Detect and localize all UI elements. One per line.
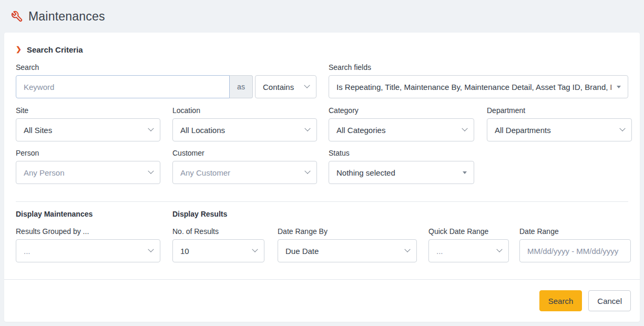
operator-select-value: Contains [263,83,300,91]
status-label: Status [329,149,474,157]
chevron-down-icon [252,247,258,252]
chevron-down-icon [404,247,410,252]
status-select[interactable]: Nothing selected [329,161,474,184]
search-fields-select-value: Is Repeating, Title, Maintenance By, Mai… [336,83,611,91]
site-select[interactable]: All Sites [16,118,160,141]
keyword-input[interactable] [16,75,230,98]
results-count-label: No. of Results [172,227,264,236]
date-range-by-field: Date Range By Due Date [278,227,417,262]
department-select[interactable]: All Departments [487,118,632,141]
date-range-by-select[interactable]: Due Date [278,239,417,262]
grouped-by-field: Results Grouped by ... ... [16,227,160,262]
location-label: Location [172,106,317,115]
search-label: Search [16,63,316,72]
customer-label: Customer [172,149,317,157]
site-label: Site [16,106,160,115]
panel-footer: Search Cancel [4,279,640,322]
display-section-titles: Display Maintenances Display Results [16,210,628,218]
location-select[interactable]: All Locations [172,118,317,141]
chevron-down-icon [462,126,467,131]
app-header: Maintenances [0,0,644,33]
customer-select-value: Any Customer [180,168,300,177]
chevron-right-icon: ❯ [16,45,22,53]
operator-select[interactable]: Contains [255,75,316,98]
grouped-by-select-value: ... [24,247,144,256]
location-field: Location All Locations [172,106,317,141]
quick-date-range-label: Quick Date Range [428,227,509,236]
department-label: Department [487,106,632,115]
page-title: Maintenances [28,9,105,24]
chevron-down-icon [304,126,310,131]
status-select-value: Nothing selected [336,168,457,177]
customer-field: Customer Any Customer [172,149,317,184]
display-options-row: Results Grouped by ... ... No. of Result… [16,227,628,262]
search-row: Search as Contains Search fields Is Repe… [16,63,628,98]
search-button[interactable]: Search [539,290,582,311]
chevron-down-icon [304,168,310,174]
caret-down-icon [617,86,621,88]
results-count-field: No. of Results 10 [172,227,264,262]
display-results-title: Display Results [172,210,227,218]
category-label: Category [329,106,474,115]
chevron-down-icon [148,126,154,131]
person-label: Person [16,149,160,157]
date-range-label: Date Range [519,227,631,236]
search-field-group: Search as Contains [16,63,316,98]
section-divider [16,201,628,202]
display-maintenances-title: Display Maintenances [16,210,172,218]
search-panel-body: ❯ Search Criteria Search as Contains Sea… [4,33,640,262]
category-select[interactable]: All Categories [329,118,474,141]
as-addon: as [230,75,253,98]
location-select-value: All Locations [180,126,300,135]
category-field: Category All Categories [329,106,474,141]
chevron-down-icon [304,83,310,88]
search-panel: ❯ Search Criteria Search as Contains Sea… [4,33,640,322]
chevron-down-icon [619,126,625,131]
search-fields-label: Search fields [329,63,628,72]
quick-date-range-field: Quick Date Range ... [428,227,509,262]
person-field: Person Any Person [16,149,160,184]
wrench-icon [11,10,23,23]
quick-date-range-select[interactable]: ... [428,239,509,262]
site-select-value: All Sites [24,126,144,135]
filters-row-2: Person Any Person Customer Any Customer … [16,149,628,184]
chevron-down-icon [148,168,154,174]
person-select[interactable]: Any Person [16,161,160,184]
results-count-select[interactable]: 10 [172,239,264,262]
date-range-field: Date Range [519,227,631,262]
search-criteria-toggle[interactable]: ❯ Search Criteria [16,45,100,54]
results-count-select-value: 10 [180,247,248,256]
search-fields-group: Search fields Is Repeating, Title, Maint… [329,63,628,98]
date-range-by-select-value: Due Date [285,247,400,256]
site-field: Site All Sites [16,106,160,141]
filters-row-1: Site All Sites Location All Locations Ca… [16,106,628,141]
chevron-down-icon [496,247,502,252]
department-select-value: All Departments [495,126,615,135]
department-field: Department All Departments [487,106,632,141]
date-range-by-label: Date Range By [278,227,417,236]
grouped-by-label: Results Grouped by ... [16,227,160,236]
quick-date-range-select-value: ... [436,247,492,256]
status-field: Status Nothing selected [329,149,474,184]
caret-down-icon [463,171,467,174]
chevron-down-icon [148,247,154,252]
search-input-group: as Contains [16,75,316,98]
search-criteria-title: Search Criteria [27,45,83,54]
grouped-by-select[interactable]: ... [16,239,160,262]
search-fields-select[interactable]: Is Repeating, Title, Maintenance By, Mai… [329,75,628,98]
date-range-input[interactable] [519,239,631,262]
customer-select[interactable]: Any Customer [172,161,317,184]
cancel-button[interactable]: Cancel [588,290,631,311]
category-select-value: All Categories [336,126,457,135]
person-select-value: Any Person [24,168,144,177]
